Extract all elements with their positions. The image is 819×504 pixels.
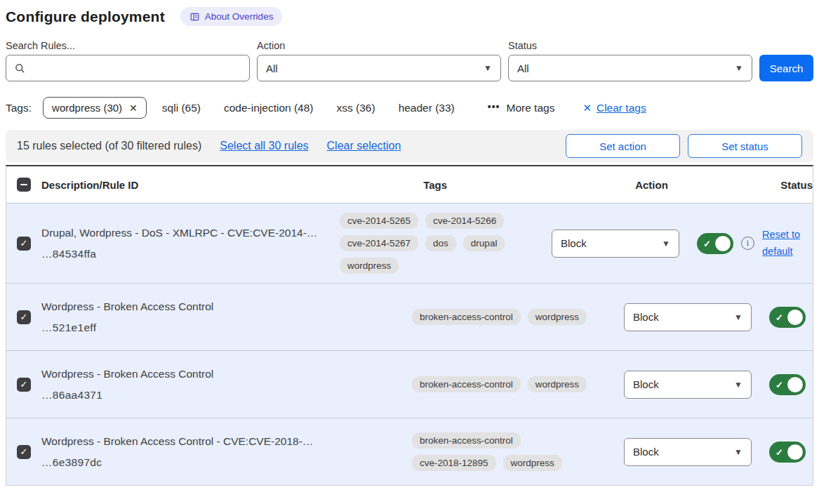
- toggle-knob: [787, 309, 804, 326]
- search-field: Search Rules...: [6, 40, 250, 81]
- rule-tag-pill: wordpress: [503, 455, 562, 471]
- row-action-value: Block: [633, 446, 659, 458]
- rule-description: Wordpress - Broken Access Control: [41, 300, 398, 313]
- action-filter-select[interactable]: All ▼: [257, 55, 501, 81]
- selected-tag-chip[interactable]: wordpress (30) ✕: [43, 97, 147, 119]
- action-filter-field: Action All ▼: [257, 40, 501, 81]
- check-icon: ✓: [775, 379, 783, 390]
- action-filter-value: All: [266, 62, 278, 74]
- rules-table: Description/Rule ID Tags Action Status ✓…: [6, 165, 813, 486]
- search-input[interactable]: [31, 62, 241, 75]
- select-all-link[interactable]: Select all 30 rules: [220, 140, 308, 152]
- rule-tag-pill: broken-access-control: [412, 309, 521, 325]
- rule-tag-pill: cve-2014-5267: [340, 235, 418, 251]
- bulk-action-buttons: Set action Set status: [566, 134, 802, 158]
- search-input-box[interactable]: [6, 55, 250, 81]
- row-action-select[interactable]: Block▼: [552, 230, 679, 258]
- reset-to-default-link[interactable]: Reset to default: [762, 227, 806, 260]
- tag-filter-option[interactable]: xss (36): [337, 102, 375, 114]
- filters-bar: Search Rules... Action All ▼ Status All …: [6, 40, 813, 81]
- close-icon: ✕: [582, 102, 592, 114]
- tag-suggestions: sqli (65)code-injection (48)xss (36)head…: [162, 102, 478, 114]
- rule-tag-pill: wordpress: [340, 258, 399, 274]
- rule-tags: broken-access-controlwordpress: [412, 309, 624, 325]
- rule-tag-pill: broken-access-control: [412, 376, 521, 392]
- tag-filter-option[interactable]: code-injection (48): [224, 102, 314, 114]
- rule-tag-pill: wordpress: [528, 309, 587, 325]
- more-tags-label: More tags: [506, 102, 554, 114]
- select-all-checkbox[interactable]: [17, 178, 31, 192]
- status-toggle[interactable]: ✓: [697, 233, 733, 254]
- table-body: ✓Drupal, Wordpress - DoS - XMLRPC - CVE:…: [6, 203, 813, 485]
- rule-tag-pill: cve-2014-5265: [340, 213, 418, 229]
- check-icon: ✓: [775, 446, 783, 457]
- chevron-down-icon: ▼: [484, 63, 492, 73]
- col-tags: Tags: [423, 179, 635, 191]
- rule-tag-pill: broken-access-control: [412, 432, 521, 449]
- status-filter-value: All: [517, 62, 529, 74]
- search-label: Search Rules...: [6, 40, 250, 51]
- status-filter-select[interactable]: All ▼: [508, 55, 752, 81]
- book-icon: [189, 12, 200, 22]
- tags-label: Tags:: [6, 102, 32, 114]
- table-row: ✓Wordpress - Broken Access Control…86aa4…: [6, 350, 813, 418]
- action-filter-label: Action: [257, 40, 501, 51]
- selection-summary: 15 rules selected (of 30 filtered rules): [17, 140, 201, 152]
- table-header-row: Description/Rule ID Tags Action Status: [6, 166, 813, 203]
- status-toggle[interactable]: ✓: [769, 307, 806, 328]
- rule-description: Wordpress - Broken Access Control: [41, 368, 398, 380]
- clear-selection-link[interactable]: Clear selection: [327, 140, 401, 152]
- row-checkbox[interactable]: ✓: [17, 237, 31, 251]
- clear-tags-button[interactable]: ✕ Clear tags: [582, 102, 646, 114]
- about-badge-label: About Overrides: [205, 11, 274, 22]
- rule-description: Drupal, Wordpress - DoS - XMLRPC - CVE:C…: [41, 227, 326, 239]
- row-action-value: Block: [561, 237, 587, 249]
- col-status: Status: [780, 179, 813, 191]
- search-button[interactable]: Search: [759, 55, 813, 81]
- rule-description: Wordpress - Broken Access Control - CVE:…: [41, 435, 398, 448]
- col-description: Description/Rule ID: [41, 179, 423, 191]
- chevron-down-icon: ▼: [735, 63, 743, 73]
- info-icon: i: [741, 237, 754, 250]
- status-filter-label: Status: [508, 40, 752, 51]
- rule-id: …86aa4371: [41, 389, 398, 402]
- rule-tag-pill: dos: [425, 235, 456, 251]
- page-header: Configure deployment About Overrides: [6, 7, 813, 26]
- check-icon: ✓: [703, 238, 711, 248]
- row-checkbox[interactable]: ✓: [17, 310, 31, 324]
- row-action-select[interactable]: Block▼: [624, 371, 752, 399]
- rule-tag-pill: cve-2014-5266: [425, 213, 504, 229]
- rule-id: …521e1eff: [41, 321, 398, 334]
- more-tags-button[interactable]: ••• More tags: [488, 102, 555, 114]
- row-checkbox[interactable]: ✓: [17, 378, 31, 392]
- set-action-button[interactable]: Set action: [566, 134, 680, 158]
- rule-tag-pill: wordpress: [528, 376, 587, 392]
- rule-tags: broken-access-controlwordpress: [412, 376, 624, 392]
- rule-tags: cve-2014-5265cve-2014-5266cve-2014-5267d…: [340, 213, 552, 274]
- ellipsis-icon: •••: [488, 101, 500, 112]
- status-toggle[interactable]: ✓: [769, 374, 806, 395]
- rule-id: …6e3897dc: [41, 456, 398, 469]
- status-toggle[interactable]: ✓: [769, 442, 806, 463]
- tag-filter-option[interactable]: sqli (65): [162, 102, 201, 114]
- rule-tag-pill: cve-2018-12895: [412, 455, 496, 471]
- toggle-knob: [787, 376, 804, 393]
- row-action-select[interactable]: Block▼: [624, 438, 752, 466]
- row-action-select[interactable]: Block▼: [624, 303, 752, 331]
- chevron-down-icon: ▼: [734, 312, 743, 322]
- remove-tag-icon[interactable]: ✕: [129, 102, 138, 114]
- toggle-knob: [714, 235, 731, 252]
- row-action-value: Block: [633, 311, 659, 323]
- row-checkbox[interactable]: ✓: [17, 445, 31, 459]
- status-filter-field: Status All ▼: [508, 40, 752, 81]
- selected-tag-label: wordpress (30): [52, 102, 122, 114]
- tag-filter-option[interactable]: header (33): [399, 102, 455, 114]
- search-icon: [15, 63, 25, 74]
- chevron-down-icon: ▼: [734, 380, 743, 390]
- about-overrides-badge[interactable]: About Overrides: [180, 7, 283, 26]
- set-status-button[interactable]: Set status: [688, 134, 802, 158]
- col-action: Action: [635, 179, 780, 191]
- clear-tags-label: Clear tags: [597, 102, 646, 114]
- check-icon: ✓: [775, 312, 783, 322]
- chevron-down-icon: ▼: [734, 447, 743, 457]
